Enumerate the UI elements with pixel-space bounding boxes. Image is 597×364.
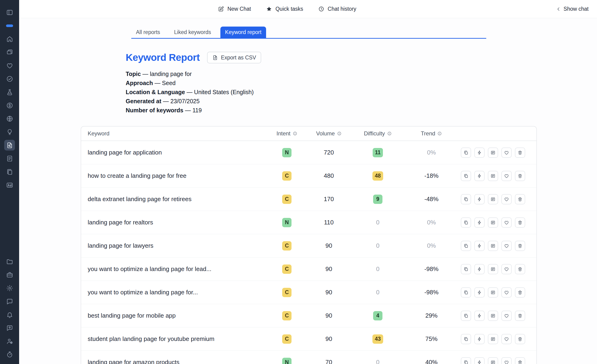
trash-icon <box>518 360 523 364</box>
delete-button[interactable] <box>515 357 525 364</box>
keyword-research-nav-item[interactable] <box>4 140 15 151</box>
export-csv-button[interactable]: Export as CSV <box>207 52 261 63</box>
boost-button[interactable] <box>474 287 485 298</box>
copy-button[interactable] <box>461 264 471 274</box>
table-row: landing page for applicationN720110% <box>81 141 536 164</box>
delete-button[interactable] <box>515 241 525 251</box>
boost-button[interactable] <box>474 357 485 364</box>
account-nav-item[interactable] <box>4 336 15 347</box>
row-actions <box>459 311 536 321</box>
globe-nav-item[interactable] <box>4 113 15 124</box>
delete-button[interactable] <box>515 147 525 158</box>
like-button[interactable] <box>501 241 512 251</box>
report-button[interactable] <box>488 334 498 344</box>
boost-button[interactable] <box>474 334 485 344</box>
like-button[interactable] <box>501 334 512 344</box>
notifications-nav-item[interactable] <box>4 309 15 320</box>
reports-nav-item[interactable] <box>4 153 15 164</box>
library-nav-item[interactable] <box>4 166 15 177</box>
quick-tasks-button[interactable]: Quick tasks <box>266 6 303 12</box>
tab-keyword-report[interactable]: Keyword report <box>220 27 266 38</box>
delete-button[interactable] <box>515 287 525 298</box>
table-row: landing page for realtorsN11000% <box>81 211 536 234</box>
delete-button[interactable] <box>515 311 525 321</box>
report-button[interactable] <box>488 217 498 228</box>
copy-button[interactable] <box>461 334 471 344</box>
report-button[interactable] <box>488 357 498 364</box>
like-button[interactable] <box>501 311 512 321</box>
trend-cell: -48% <box>403 195 459 203</box>
table-row: you want to optimize a landing page for … <box>81 257 536 281</box>
like-button[interactable] <box>501 287 512 298</box>
liked-nav-item[interactable] <box>4 60 15 71</box>
delete-button[interactable] <box>515 171 525 181</box>
copy-button[interactable] <box>461 357 471 364</box>
gauge-nav-item[interactable] <box>4 73 15 84</box>
copy-button[interactable] <box>461 241 471 251</box>
difficulty-value: 0 <box>376 289 379 296</box>
liked-icon <box>6 62 13 69</box>
ads-nav-item[interactable] <box>4 180 15 190</box>
like-button[interactable] <box>501 171 512 181</box>
ideas-nav-item[interactable] <box>4 126 15 137</box>
report-button[interactable] <box>488 311 498 321</box>
report-button[interactable] <box>488 287 498 298</box>
workspace-nav-item[interactable] <box>4 269 15 280</box>
info-icon[interactable] <box>337 131 342 136</box>
brand-logo-nav-item[interactable] <box>4 20 15 31</box>
copy-icon <box>463 267 469 272</box>
copy-button[interactable] <box>461 194 471 204</box>
delete-button[interactable] <box>515 264 525 274</box>
tab-all-reports[interactable]: All reports <box>131 27 165 38</box>
difficulty-cell: 43 <box>352 334 403 344</box>
home-nav-item[interactable] <box>4 34 15 44</box>
new-chat-button[interactable]: New Chat <box>218 6 251 12</box>
info-icon[interactable] <box>293 131 297 136</box>
copy-button[interactable] <box>461 171 471 181</box>
report-button[interactable] <box>488 171 498 181</box>
delete-button[interactable] <box>515 217 525 228</box>
like-button[interactable] <box>501 194 512 204</box>
boost-button[interactable] <box>474 311 485 321</box>
tab-liked-keywords[interactable]: Liked keywords <box>170 27 216 38</box>
like-button[interactable] <box>501 264 512 274</box>
meta-label: Topic <box>126 71 141 77</box>
chats-nav-item[interactable] <box>4 47 15 58</box>
volume-cell: 90 <box>306 335 352 342</box>
experiments-icon <box>6 89 13 96</box>
delete-button[interactable] <box>515 334 525 344</box>
info-icon[interactable] <box>437 131 442 136</box>
show-chat-button[interactable]: Show chat <box>556 6 589 12</box>
sidebar-toggle-nav-item[interactable] <box>4 7 15 18</box>
copy-button[interactable] <box>461 217 471 228</box>
report-button[interactable] <box>488 241 498 251</box>
report-button[interactable] <box>488 194 498 204</box>
boost-button[interactable] <box>474 194 485 204</box>
boost-button[interactable] <box>474 147 485 158</box>
info-icon[interactable] <box>387 131 392 136</box>
copy-button[interactable] <box>461 311 471 321</box>
delete-button[interactable] <box>515 194 525 204</box>
like-button[interactable] <box>501 357 512 364</box>
copy-button[interactable] <box>461 147 471 158</box>
report-button[interactable] <box>488 264 498 274</box>
heart-icon <box>504 243 509 248</box>
feedback-nav-item[interactable] <box>4 323 15 333</box>
projects-nav-item[interactable] <box>4 256 15 267</box>
chat-history-button[interactable]: Chat history <box>318 6 356 12</box>
report-button[interactable] <box>488 147 498 158</box>
trash-icon <box>518 313 523 318</box>
support-chat-nav-item[interactable] <box>4 296 15 307</box>
copy-button[interactable] <box>461 287 471 298</box>
like-button[interactable] <box>501 147 512 158</box>
pricing-nav-item[interactable] <box>4 100 15 111</box>
boost-button[interactable] <box>474 217 485 228</box>
boost-button[interactable] <box>474 171 485 181</box>
timer-nav-item[interactable] <box>4 349 15 360</box>
boost-button[interactable] <box>474 264 485 274</box>
boost-button[interactable] <box>474 241 485 251</box>
like-button[interactable] <box>501 217 512 228</box>
settings-nav-item[interactable] <box>4 283 15 293</box>
experiments-nav-item[interactable] <box>4 87 15 97</box>
trend-value: 0% <box>427 149 436 156</box>
